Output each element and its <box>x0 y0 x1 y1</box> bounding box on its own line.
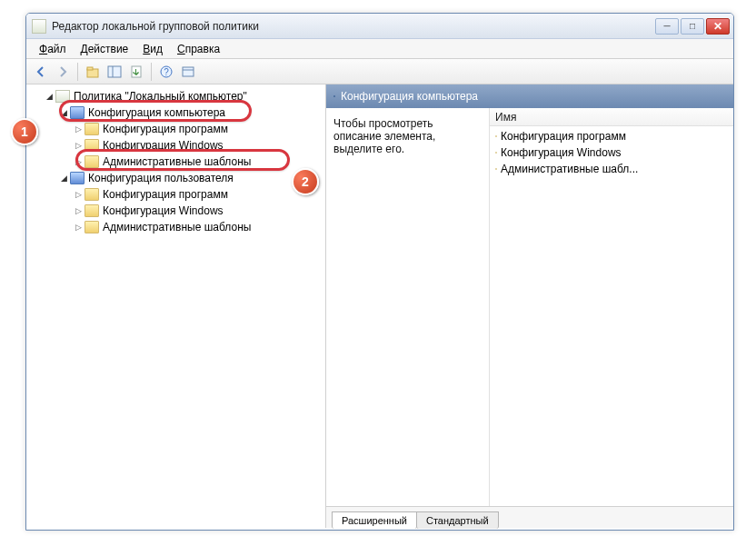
folder-icon <box>85 188 99 201</box>
expand-icon[interactable]: ▷ <box>74 206 83 215</box>
toolbar-separator <box>77 63 78 81</box>
list-item-label: Конфигурация программ <box>501 130 626 143</box>
details-panel: Конфигурация компьютера Чтобы просмотрет… <box>326 84 733 528</box>
menu-help[interactable]: Справка <box>170 41 227 57</box>
computer-icon <box>333 95 335 97</box>
tree-user-admin-templates[interactable]: ▷ Административные шаблоны <box>26 219 325 235</box>
help-button[interactable]: ? <box>157 63 175 81</box>
folder-icon <box>85 221 99 233</box>
filter-button[interactable] <box>179 63 197 81</box>
tree-root-label: Политика "Локальный компьютер" <box>74 90 247 103</box>
tab-standard[interactable]: Стандартный <box>416 511 499 529</box>
folder-icon <box>495 168 497 170</box>
close-button[interactable]: ✕ <box>706 18 730 35</box>
tree-user-windows-settings[interactable]: ▷ Конфигурация Windows <box>26 203 325 219</box>
toolbar: ? <box>26 59 733 84</box>
tree-software-settings[interactable]: ▷ Конфигурация программ <box>26 121 325 137</box>
svg-rect-1 <box>87 67 93 70</box>
description-text: Чтобы просмотреть описание элемента, выд… <box>333 117 435 155</box>
column-header-label: Имя <box>495 111 516 124</box>
tree-admin-templates[interactable]: ▷ Административные шаблоны <box>26 154 325 170</box>
expand-icon[interactable]: ◢ <box>59 174 68 183</box>
tree-panel[interactable]: ◢ Политика "Локальный компьютер" ◢ Конфи… <box>26 84 326 528</box>
computer-icon <box>70 106 85 119</box>
minimize-button[interactable]: ─ <box>655 18 679 35</box>
detail-tabs: Расширенный Стандартный <box>326 506 733 528</box>
list-item-label: Конфигурация Windows <box>501 146 622 159</box>
tree-item-label: Административные шаблоны <box>103 155 251 168</box>
items-list[interactable]: Имя Конфигурация программ Конфигурация W… <box>490 108 733 506</box>
menu-view[interactable]: Вид <box>135 41 170 57</box>
expand-icon[interactable]: ◢ <box>45 92 54 101</box>
forward-button[interactable] <box>54 63 72 81</box>
folder-icon <box>85 155 99 168</box>
tree-item-label: Конфигурация программ <box>103 123 228 135</box>
tree-item-label: Конфигурация пользователя <box>88 172 234 184</box>
toolbar-separator <box>151 63 152 81</box>
back-button[interactable] <box>32 63 50 81</box>
tree-item-label: Конфигурация программ <box>103 188 228 201</box>
details-header-title: Конфигурация компьютера <box>341 90 478 103</box>
folder-icon <box>85 139 99 152</box>
tree-item-label: Административные шаблоны <box>103 221 251 233</box>
maximize-button[interactable]: □ <box>681 18 704 35</box>
column-header-name[interactable]: Имя <box>490 108 733 126</box>
list-item[interactable]: Административные шабл... <box>490 161 733 177</box>
window-title: Редактор локальной групповой политики <box>52 20 655 33</box>
list-item[interactable]: Конфигурация программ <box>490 128 733 144</box>
folder-icon <box>495 135 497 137</box>
tree-windows-settings[interactable]: ▷ Конфигурация Windows <box>26 137 325 154</box>
expand-icon[interactable]: ▷ <box>74 141 83 150</box>
svg-rect-7 <box>183 67 194 76</box>
show-hide-tree-button[interactable] <box>105 63 124 81</box>
tree-item-label: Конфигурация Windows <box>103 139 224 152</box>
tree-user-config[interactable]: ◢ Конфигурация пользователя <box>26 170 325 186</box>
content-area: ◢ Политика "Локальный компьютер" ◢ Конфи… <box>26 84 733 528</box>
computer-icon <box>70 172 85 184</box>
expand-icon[interactable]: ▷ <box>74 223 83 232</box>
svg-rect-2 <box>108 66 121 77</box>
tree-item-label: Конфигурация компьютера <box>88 106 225 119</box>
expand-icon[interactable]: ▷ <box>74 157 83 166</box>
expand-icon[interactable]: ▷ <box>74 190 83 199</box>
export-list-button[interactable] <box>127 63 145 81</box>
description-pane: Чтобы просмотреть описание элемента, выд… <box>326 108 490 506</box>
expand-icon[interactable]: ◢ <box>59 108 68 117</box>
list-item-label: Административные шабл... <box>501 163 638 175</box>
policy-icon <box>55 90 70 103</box>
tree-user-software-settings[interactable]: ▷ Конфигурация программ <box>26 186 325 203</box>
up-button[interactable] <box>84 63 102 81</box>
svg-text:?: ? <box>164 67 169 77</box>
details-header: Конфигурация компьютера <box>326 84 733 108</box>
folder-icon <box>85 123 99 135</box>
tab-extended[interactable]: Расширенный <box>332 511 417 529</box>
callout-2: 2 <box>292 168 319 195</box>
menu-file[interactable]: Файл <box>32 41 74 57</box>
titlebar[interactable]: Редактор локальной групповой политики ─ … <box>26 14 733 39</box>
callout-1: 1 <box>11 118 38 145</box>
folder-icon <box>495 152 497 154</box>
gpedit-window: Редактор локальной групповой политики ─ … <box>25 13 734 531</box>
app-icon <box>32 19 46 34</box>
list-item[interactable]: Конфигурация Windows <box>490 144 733 161</box>
menubar: Файл Действие Вид Справка <box>26 39 733 59</box>
tree-computer-config[interactable]: ◢ Конфигурация компьютера <box>26 104 325 121</box>
tree-root[interactable]: ◢ Политика "Локальный компьютер" <box>26 88 325 104</box>
expand-icon[interactable]: ▷ <box>74 124 83 134</box>
tree-item-label: Конфигурация Windows <box>103 204 224 217</box>
menu-action[interactable]: Действие <box>74 41 136 57</box>
folder-icon <box>85 204 99 217</box>
